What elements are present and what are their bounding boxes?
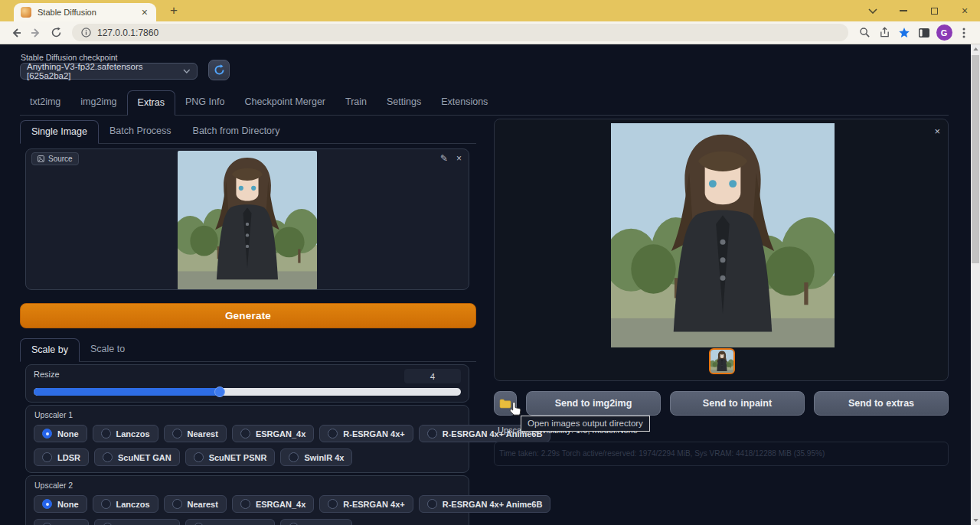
radio-icon bbox=[240, 429, 250, 439]
image-toolbar: ✎ × bbox=[440, 153, 462, 164]
browser-tab[interactable]: Stable Diffusion × bbox=[14, 3, 156, 21]
tab-batch-process[interactable]: Batch Process bbox=[99, 120, 182, 143]
radio-icon bbox=[103, 452, 113, 462]
refresh-icon bbox=[214, 64, 225, 76]
output-actions: Send to img2img Send to inpaint Send to … bbox=[494, 391, 949, 416]
upscaler2-option-lanczos[interactable]: Lanczos bbox=[93, 495, 158, 513]
scroll-down-icon[interactable] bbox=[971, 516, 980, 525]
menu-kebab-icon[interactable] bbox=[954, 23, 974, 43]
upscaler1-label: Upscaler 1 bbox=[34, 410, 461, 419]
favicon-icon bbox=[21, 7, 31, 18]
share-icon[interactable] bbox=[874, 23, 894, 43]
upscaler1-option-lanczos[interactable]: Lanczos bbox=[93, 425, 158, 442]
zoom-icon[interactable] bbox=[854, 23, 874, 43]
upscaler1-option-scunet-gan[interactable]: ScuNET GAN bbox=[94, 448, 180, 466]
tab-txt2img[interactable]: txt2img bbox=[20, 90, 70, 115]
upscaler1-option-none[interactable]: None bbox=[34, 425, 87, 442]
source-image[interactable] bbox=[178, 151, 317, 289]
radio-icon bbox=[427, 429, 437, 439]
radio-icon bbox=[427, 499, 437, 509]
bookmark-star-icon[interactable] bbox=[894, 23, 914, 43]
slider-thumb[interactable] bbox=[214, 386, 225, 397]
upscaler2-option-r-esrgan-4x-anime6b[interactable]: R-ESRGAN 4x+ Anime6B bbox=[419, 495, 551, 513]
new-tab-button[interactable]: + bbox=[165, 2, 182, 19]
tab-batch-from-directory[interactable]: Batch from Directory bbox=[182, 120, 291, 143]
window-close-button[interactable]: × bbox=[949, 0, 980, 21]
maximize-button[interactable] bbox=[919, 0, 949, 21]
checkpoint-label: Stable Diffusion checkpoint bbox=[21, 53, 117, 62]
upscaler2-option-scunet-psnr[interactable]: ScuNET PSNR bbox=[185, 519, 276, 525]
scroll-up-icon[interactable] bbox=[971, 44, 980, 54]
upscaler2-option-swinir-4x[interactable]: SwinIR 4x bbox=[280, 519, 352, 525]
tab-scale-to[interactable]: Scale to bbox=[80, 338, 136, 361]
scale-tabs: Scale by Scale to bbox=[20, 338, 476, 362]
folder-button-tooltip: Open images output directory bbox=[521, 416, 650, 432]
refresh-checkpoint-button[interactable] bbox=[208, 60, 230, 80]
source-image-dropzone[interactable]: Source ✎ × bbox=[25, 148, 469, 290]
slider-fill bbox=[34, 388, 220, 396]
gallery-close-icon[interactable]: × bbox=[934, 126, 940, 137]
browser-scrollbar[interactable] bbox=[971, 44, 980, 525]
tab-extensions[interactable]: Extensions bbox=[431, 90, 498, 115]
resize-slider[interactable] bbox=[34, 388, 461, 396]
screen: Stable Diffusion × + × 127.0.0.1:7860 bbox=[0, 0, 980, 525]
extras-mode-tabs: Single Image Batch Process Batch from Di… bbox=[20, 120, 476, 144]
scrollbar-thumb[interactable] bbox=[972, 55, 979, 263]
upscaler1-option-ldsr[interactable]: LDSR bbox=[34, 448, 89, 466]
upscaler1-option-scunet-psnr[interactable]: ScuNET PSNR bbox=[185, 448, 276, 466]
upscaler2-option-esrgan-4x[interactable]: ESRGAN_4x bbox=[232, 495, 314, 513]
tab-png-info[interactable]: PNG Info bbox=[175, 90, 234, 115]
upscaler1-option-esrgan-4x[interactable]: ESRGAN_4x bbox=[232, 425, 314, 442]
radio-icon bbox=[101, 429, 111, 439]
upscaler2-option-ldsr[interactable]: LDSR bbox=[34, 519, 89, 525]
send-to-inpaint-button[interactable]: Send to inpaint bbox=[670, 391, 805, 416]
webui-page: Stable Diffusion checkpoint Anything-V3-… bbox=[0, 44, 971, 525]
browser-titlebar: Stable Diffusion × + × bbox=[0, 0, 980, 21]
tab-single-image[interactable]: Single Image bbox=[20, 120, 99, 144]
reload-icon[interactable] bbox=[46, 23, 66, 43]
side-panel-icon[interactable] bbox=[914, 23, 934, 43]
upscaler2-option-nearest[interactable]: Nearest bbox=[164, 495, 227, 513]
checkpoint-dropdown[interactable]: Anything-V3-fp32.safetensors [625a2ba2] bbox=[20, 63, 198, 80]
thumbnail-image bbox=[710, 350, 733, 373]
window-controls: × bbox=[858, 0, 980, 21]
upscaler1-option-r-esrgan-4x[interactable]: R-ESRGAN 4x+ bbox=[319, 425, 413, 442]
extras-left-panel: Single Image Batch Process Batch from Di… bbox=[20, 112, 476, 525]
minimize-button[interactable] bbox=[888, 0, 919, 21]
tab-img2img[interactable]: img2img bbox=[70, 90, 126, 115]
upscaler2-option-r-esrgan-4x[interactable]: R-ESRGAN 4x+ bbox=[319, 495, 413, 513]
radio-icon bbox=[194, 452, 204, 462]
tab-close-icon[interactable]: × bbox=[140, 7, 149, 18]
site-info-icon[interactable] bbox=[81, 28, 91, 38]
chevron-down-icon bbox=[183, 69, 191, 73]
tab-train[interactable]: Train bbox=[335, 90, 377, 115]
gallery-thumbnail-selected[interactable] bbox=[709, 348, 735, 374]
resize-number-input[interactable]: 4 bbox=[404, 369, 461, 383]
clear-image-icon[interactable]: × bbox=[456, 153, 462, 164]
edit-pencil-icon[interactable]: ✎ bbox=[440, 153, 448, 164]
source-badge-label: Source bbox=[48, 155, 73, 163]
forward-icon[interactable] bbox=[26, 23, 46, 43]
upscaler2-panel: Upscaler 2 None Lanczos Nearest ESRGAN_4… bbox=[25, 475, 469, 525]
upscaler2-option-scunet-gan[interactable]: ScuNET GAN bbox=[94, 519, 180, 525]
tab-scale-by[interactable]: Scale by bbox=[20, 338, 80, 362]
generate-button[interactable]: Generate bbox=[20, 303, 476, 328]
result-image[interactable] bbox=[611, 123, 835, 347]
browser-toolbar: 127.0.0.1:7860 G bbox=[0, 21, 980, 44]
radio-icon bbox=[42, 452, 52, 462]
radio-icon bbox=[172, 499, 182, 509]
avatar[interactable]: G bbox=[934, 23, 954, 43]
back-icon[interactable] bbox=[6, 23, 26, 43]
send-to-extras-button[interactable]: Send to extras bbox=[814, 391, 949, 416]
upscaler2-option-none[interactable]: None bbox=[34, 495, 87, 513]
tab-settings[interactable]: Settings bbox=[377, 90, 431, 115]
url-text: 127.0.0.1:7860 bbox=[97, 28, 158, 38]
tab-checkpoint-merger[interactable]: Checkpoint Merger bbox=[234, 90, 335, 115]
upscaler1-option-swinir-4x[interactable]: SwinIR 4x bbox=[280, 448, 352, 466]
send-to-img2img-button[interactable]: Send to img2img bbox=[526, 391, 661, 416]
url-bar[interactable]: 127.0.0.1:7860 bbox=[72, 24, 848, 41]
tab-search-icon[interactable] bbox=[858, 0, 888, 21]
image-icon bbox=[38, 155, 44, 162]
upscaler1-option-nearest[interactable]: Nearest bbox=[164, 425, 227, 442]
extras-output-panel: × Send to img2img Send to inpaint Send t… bbox=[494, 119, 949, 466]
